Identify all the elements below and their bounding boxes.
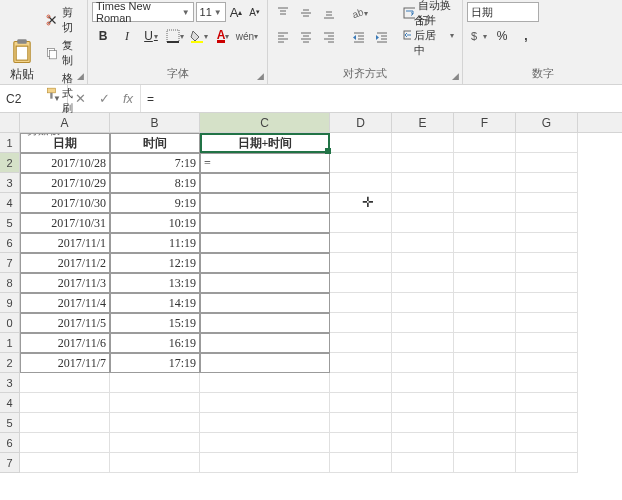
- cell[interactable]: [200, 313, 330, 333]
- cell[interactable]: [200, 293, 330, 313]
- cell[interactable]: [20, 433, 110, 453]
- cell[interactable]: [454, 293, 516, 313]
- row-header[interactable]: 1: [0, 133, 20, 153]
- cell[interactable]: 9:19: [110, 193, 200, 213]
- cell[interactable]: [200, 393, 330, 413]
- cell[interactable]: [454, 453, 516, 473]
- cell[interactable]: [392, 193, 454, 213]
- cell[interactable]: [200, 193, 330, 213]
- cell[interactable]: [454, 233, 516, 253]
- col-header-G[interactable]: G: [516, 113, 578, 132]
- cell[interactable]: [200, 213, 330, 233]
- cell[interactable]: [330, 313, 392, 333]
- cell[interactable]: [330, 353, 392, 373]
- cell[interactable]: [20, 413, 110, 433]
- cell[interactable]: [200, 253, 330, 273]
- cell[interactable]: [200, 373, 330, 393]
- cell[interactable]: 10:19: [110, 213, 200, 233]
- cut-button[interactable]: 剪切: [42, 4, 81, 36]
- select-all-corner[interactable]: [0, 113, 20, 132]
- cell[interactable]: [330, 253, 392, 273]
- row-header[interactable]: 4: [0, 393, 20, 413]
- font-color-button[interactable]: A▾: [212, 25, 234, 47]
- fill-color-button[interactable]: ▾: [188, 25, 210, 47]
- font-size-select[interactable]: 11 ▼: [196, 2, 226, 22]
- cell[interactable]: [516, 273, 578, 293]
- cell[interactable]: 2017/11/7: [20, 353, 110, 373]
- cell[interactable]: [516, 313, 578, 333]
- cell[interactable]: =: [200, 153, 330, 173]
- cell[interactable]: [392, 413, 454, 433]
- cell[interactable]: [516, 193, 578, 213]
- cell[interactable]: 15:19: [110, 313, 200, 333]
- cell[interactable]: [516, 293, 578, 313]
- cell[interactable]: [516, 393, 578, 413]
- cell[interactable]: [110, 433, 200, 453]
- cell[interactable]: [454, 373, 516, 393]
- number-format-select[interactable]: 日期: [467, 2, 539, 22]
- cell[interactable]: 16:19: [110, 333, 200, 353]
- cell[interactable]: [330, 273, 392, 293]
- font-name-select[interactable]: Times New Roman ▼: [92, 2, 194, 22]
- increase-indent-button[interactable]: [371, 26, 393, 48]
- cell[interactable]: [454, 213, 516, 233]
- cell[interactable]: 11:19: [110, 233, 200, 253]
- percent-button[interactable]: %: [491, 25, 513, 47]
- cell[interactable]: [330, 153, 392, 173]
- paste-button[interactable]: 粘贴: [4, 2, 40, 119]
- row-header[interactable]: 7: [0, 453, 20, 473]
- col-header-E[interactable]: E: [392, 113, 454, 132]
- font-expand-icon[interactable]: ◢: [257, 71, 264, 81]
- cell[interactable]: [330, 193, 392, 213]
- cell[interactable]: [454, 153, 516, 173]
- cell[interactable]: [392, 353, 454, 373]
- increase-font-button[interactable]: A▴: [228, 2, 245, 22]
- cell[interactable]: [330, 433, 392, 453]
- accounting-format-button[interactable]: $▾: [467, 25, 489, 47]
- cell[interactable]: [330, 293, 392, 313]
- cell[interactable]: 13:19: [110, 273, 200, 293]
- cell[interactable]: [454, 253, 516, 273]
- align-right-button[interactable]: [318, 26, 340, 48]
- phonetic-button[interactable]: wén▾: [236, 25, 258, 47]
- cell[interactable]: [392, 133, 454, 153]
- cell[interactable]: [392, 253, 454, 273]
- cell[interactable]: 14:19: [110, 293, 200, 313]
- cell[interactable]: [516, 333, 578, 353]
- cell[interactable]: [392, 453, 454, 473]
- cell[interactable]: [110, 373, 200, 393]
- col-header-F[interactable]: F: [454, 113, 516, 132]
- cell[interactable]: [516, 173, 578, 193]
- cell[interactable]: 2017/11/1: [20, 233, 110, 253]
- comma-button[interactable]: ,: [515, 25, 537, 47]
- cell[interactable]: [330, 333, 392, 353]
- confirm-formula-button[interactable]: ✓: [92, 85, 116, 112]
- cell[interactable]: [454, 393, 516, 413]
- copy-button[interactable]: 复制: [42, 37, 81, 69]
- row-header[interactable]: 1: [0, 333, 20, 353]
- cell[interactable]: [392, 373, 454, 393]
- row-header[interactable]: 6: [0, 233, 20, 253]
- row-header[interactable]: 0: [0, 313, 20, 333]
- cell[interactable]: [110, 453, 200, 473]
- cell[interactable]: [454, 273, 516, 293]
- cell[interactable]: [516, 413, 578, 433]
- formula-input[interactable]: =: [141, 85, 622, 112]
- cell[interactable]: [20, 373, 110, 393]
- border-button[interactable]: ▾: [164, 25, 186, 47]
- bold-button[interactable]: B: [92, 25, 114, 47]
- cell[interactable]: [454, 313, 516, 333]
- cell[interactable]: 2017/10/31: [20, 213, 110, 233]
- cell[interactable]: [330, 133, 392, 153]
- cell[interactable]: [454, 353, 516, 373]
- cell[interactable]: 17:19: [110, 353, 200, 373]
- cell[interactable]: [110, 393, 200, 413]
- clipboard-expand-icon[interactable]: ◢: [77, 71, 84, 81]
- cell[interactable]: [392, 393, 454, 413]
- row-header[interactable]: 6: [0, 433, 20, 453]
- underline-button[interactable]: U▾: [140, 25, 162, 47]
- row-header[interactable]: 2: [0, 353, 20, 373]
- decrease-font-button[interactable]: A▾: [246, 2, 263, 22]
- alignment-expand-icon[interactable]: ◢: [452, 71, 459, 81]
- cell[interactable]: [392, 233, 454, 253]
